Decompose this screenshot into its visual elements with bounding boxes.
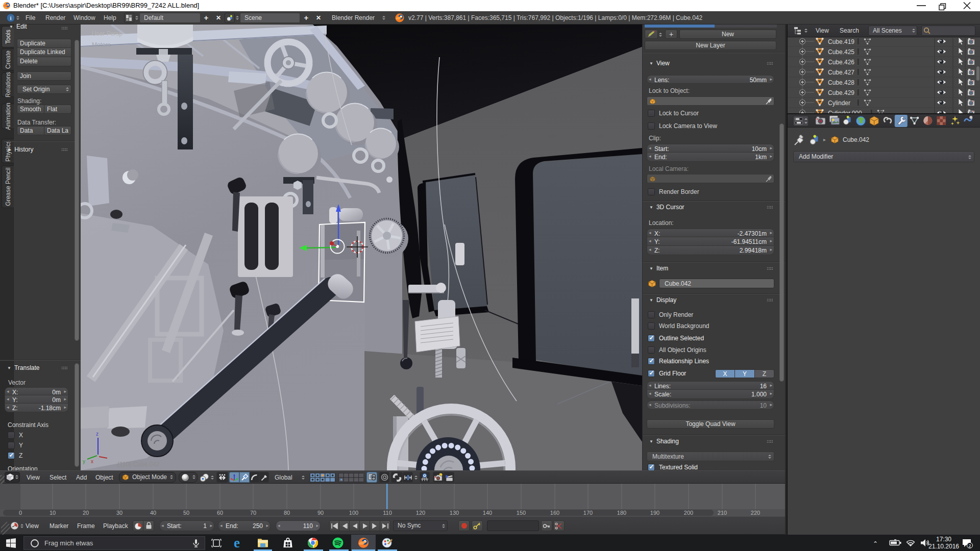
svg-text:Cube.425: Cube.425: [828, 48, 854, 56]
svg-text:160: 160: [550, 510, 559, 516]
svg-text:Cube.428: Cube.428: [828, 79, 854, 86]
svg-text:70: 70: [250, 510, 256, 516]
svg-text:i: i: [10, 15, 11, 21]
svg-text:20: 20: [83, 510, 89, 516]
svg-text:50: 50: [183, 510, 189, 516]
svg-text:130: 130: [450, 510, 459, 516]
svg-text:(110) Cube.042: (110) Cube.042: [117, 461, 160, 468]
svg-text:z: z: [96, 431, 99, 437]
svg-text:40: 40: [150, 510, 156, 516]
svg-text:210: 210: [718, 510, 727, 516]
svg-text:60: 60: [217, 510, 223, 516]
svg-text:180: 180: [617, 510, 626, 516]
svg-text:120: 120: [416, 510, 425, 516]
svg-text:Cube.419: Cube.419: [828, 38, 854, 45]
svg-text:190: 190: [650, 510, 659, 516]
svg-text:220: 220: [751, 510, 760, 516]
svg-text:80: 80: [284, 510, 290, 516]
svg-text:30: 30: [116, 510, 122, 516]
svg-text:Cube.429: Cube.429: [828, 89, 854, 96]
svg-text:0: 0: [19, 510, 22, 516]
svg-text:90: 90: [317, 510, 324, 516]
svg-text:10: 10: [50, 510, 56, 516]
svg-text:2: 2: [968, 543, 971, 548]
svg-text:150: 150: [517, 510, 526, 516]
svg-text:Cylinder.000: Cylinder.000: [828, 110, 862, 114]
svg-text:User Persp: User Persp: [92, 30, 122, 37]
svg-text:y: y: [83, 459, 85, 464]
svg-text:x: x: [91, 459, 93, 464]
svg-text:Meters: Meters: [92, 41, 111, 48]
svg-text:Cube.426: Cube.426: [828, 59, 854, 66]
svg-text:200: 200: [684, 510, 693, 516]
svg-text:100: 100: [349, 510, 358, 516]
svg-text:140: 140: [483, 510, 492, 516]
svg-text:Cube.427: Cube.427: [828, 69, 854, 76]
svg-text:Cylinder: Cylinder: [828, 99, 850, 107]
svg-text:110: 110: [383, 510, 392, 516]
svg-text:170: 170: [583, 510, 593, 516]
